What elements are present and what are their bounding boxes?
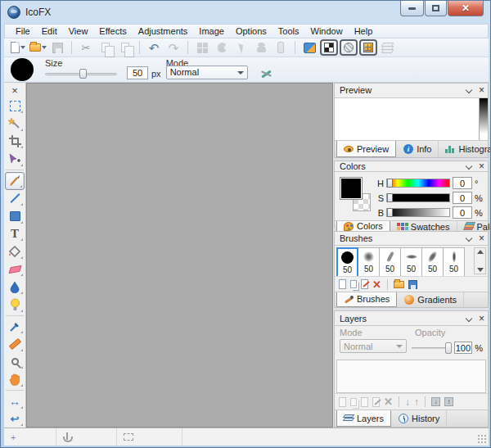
collapse-chevron-icon[interactable] xyxy=(466,235,472,242)
scroll-up-icon[interactable] xyxy=(477,250,484,254)
drawing-canvas[interactable] xyxy=(26,83,333,428)
saturation-value-input[interactable]: 0 xyxy=(453,192,472,204)
saturation-slider[interactable] xyxy=(386,193,450,202)
windows-format-button[interactable] xyxy=(193,39,211,56)
foreground-color-swatch[interactable] xyxy=(340,177,363,200)
menu-view[interactable]: View xyxy=(63,25,94,37)
tab-brushes[interactable]: Brushes xyxy=(336,292,397,307)
paste-button[interactable] xyxy=(116,39,134,56)
maximize-button[interactable] xyxy=(425,1,447,16)
resize-grip[interactable] xyxy=(477,434,487,444)
tool-zoom[interactable] xyxy=(5,353,25,371)
open-button[interactable] xyxy=(29,39,47,56)
tool-rectangular-selection[interactable] xyxy=(5,97,25,115)
collapse-chevron-icon[interactable] xyxy=(466,163,472,170)
show-layers-button[interactable] xyxy=(379,39,397,56)
tool-color-picker[interactable] xyxy=(5,318,25,336)
tool-paint-bucket[interactable] xyxy=(5,242,25,260)
tab-layers[interactable]: Layers xyxy=(336,410,391,427)
panel-close-icon[interactable]: × xyxy=(479,314,484,324)
cut-button[interactable]: ✂ xyxy=(77,39,95,56)
duplicate-layer-button[interactable] xyxy=(350,398,357,406)
tool-crop[interactable] xyxy=(5,133,25,151)
tab-info[interactable]: i Info xyxy=(397,141,439,157)
layers-list[interactable] xyxy=(336,360,486,393)
redo-button[interactable]: ↷ xyxy=(164,39,182,56)
merge-down-button[interactable]: ↓ xyxy=(431,397,440,406)
panel-close-icon[interactable]: × xyxy=(479,161,484,171)
new-layer-button[interactable] xyxy=(339,397,346,407)
tool-blur[interactable] xyxy=(5,278,25,296)
save-brushes-button[interactable] xyxy=(408,280,417,289)
show-transparency-toggle[interactable] xyxy=(320,39,338,56)
brush-item[interactable]: 50 xyxy=(443,247,465,277)
brightness-value-input[interactable]: 0 xyxy=(453,206,472,219)
new-brush-button[interactable] xyxy=(339,279,346,289)
menu-effects[interactable]: Effects xyxy=(93,25,132,37)
tool-flip[interactable]: ↔ xyxy=(5,392,25,410)
move-layer-up-button[interactable]: ↑ xyxy=(414,397,419,407)
edit-brush-button[interactable] xyxy=(361,279,368,289)
tab-history[interactable]: History xyxy=(392,410,447,427)
extract-icon-button[interactable] xyxy=(300,39,318,56)
brush-preview-swatch[interactable] xyxy=(11,58,34,81)
tool-rectangle[interactable] xyxy=(5,207,25,225)
show-tile-grid-toggle[interactable] xyxy=(359,39,377,56)
brush-size-input[interactable]: 50 xyxy=(127,66,148,79)
saturation-slider-thumb[interactable] xyxy=(387,193,393,202)
brush-item[interactable]: 50 xyxy=(358,247,380,277)
cursor-format-button[interactable] xyxy=(232,39,250,56)
tool-hand[interactable] xyxy=(5,370,25,388)
paint-mode-select[interactable]: Normal xyxy=(166,66,248,79)
minimize-button[interactable] xyxy=(400,1,424,16)
iphone-format-button[interactable] xyxy=(272,39,290,56)
panel-close-icon[interactable]: × xyxy=(479,233,484,243)
show-grid-toggle[interactable] xyxy=(340,39,358,56)
menu-adjustments[interactable]: Adjustments xyxy=(133,25,194,37)
load-brushes-button[interactable] xyxy=(394,281,404,288)
close-button[interactable]: ✕ xyxy=(448,1,484,16)
brush-item[interactable]: 50 xyxy=(336,247,358,277)
airbrush-toggle[interactable] xyxy=(259,68,273,79)
brush-size-slider[interactable] xyxy=(45,69,117,79)
move-layer-down-button[interactable]: ↓ xyxy=(405,397,410,407)
titlebar[interactable]: IcoFX ✕ xyxy=(1,1,490,24)
brush-item[interactable]: 50 xyxy=(421,247,444,277)
delete-layer-button[interactable]: ✕ xyxy=(384,396,393,407)
menu-image[interactable]: Image xyxy=(193,25,230,37)
layer-opacity-input[interactable]: 100 xyxy=(454,342,473,354)
layer-opacity-thumb[interactable] xyxy=(445,342,452,354)
brush-item[interactable]: 50 xyxy=(379,247,401,277)
tool-ruler[interactable] xyxy=(5,335,25,353)
layer-mode-select[interactable]: Normal xyxy=(340,339,407,353)
macintosh-format-button[interactable] xyxy=(213,39,231,56)
collapse-chevron-icon[interactable] xyxy=(466,87,472,93)
flatten-button[interactable]: ↕ xyxy=(444,397,453,406)
tool-palette-close-button[interactable]: × xyxy=(5,84,25,97)
brightness-slider-thumb[interactable] xyxy=(387,208,393,217)
menu-file[interactable]: File xyxy=(10,25,36,37)
copy-button[interactable] xyxy=(97,39,115,56)
save-button[interactable] xyxy=(48,39,66,56)
menu-edit[interactable]: Edit xyxy=(36,25,63,37)
new-button[interactable] xyxy=(9,39,27,56)
panel-close-icon[interactable]: × xyxy=(479,85,484,95)
scroll-down-icon[interactable] xyxy=(477,268,484,272)
tool-lighten[interactable] xyxy=(5,296,25,314)
import-layer-button[interactable] xyxy=(361,397,368,407)
delete-brush-button[interactable]: ✕ xyxy=(372,279,381,290)
menu-tools[interactable]: Tools xyxy=(273,25,305,37)
edit-layer-button[interactable] xyxy=(372,397,380,407)
brightness-slider[interactable] xyxy=(386,208,450,217)
brushes-scrollbar[interactable] xyxy=(474,247,486,275)
hue-value-input[interactable]: 0 xyxy=(453,177,472,189)
tool-move[interactable] xyxy=(5,150,25,168)
menu-help[interactable]: Help xyxy=(349,25,379,37)
tool-rotate[interactable]: ↩ xyxy=(5,410,25,428)
undo-button[interactable]: ↶ xyxy=(145,39,163,56)
layer-opacity-slider[interactable] xyxy=(412,342,452,354)
hue-slider[interactable] xyxy=(386,179,450,188)
tool-eraser[interactable] xyxy=(5,260,25,278)
tool-magic-wand[interactable] xyxy=(5,115,25,133)
brush-item[interactable]: 50 xyxy=(400,247,422,277)
